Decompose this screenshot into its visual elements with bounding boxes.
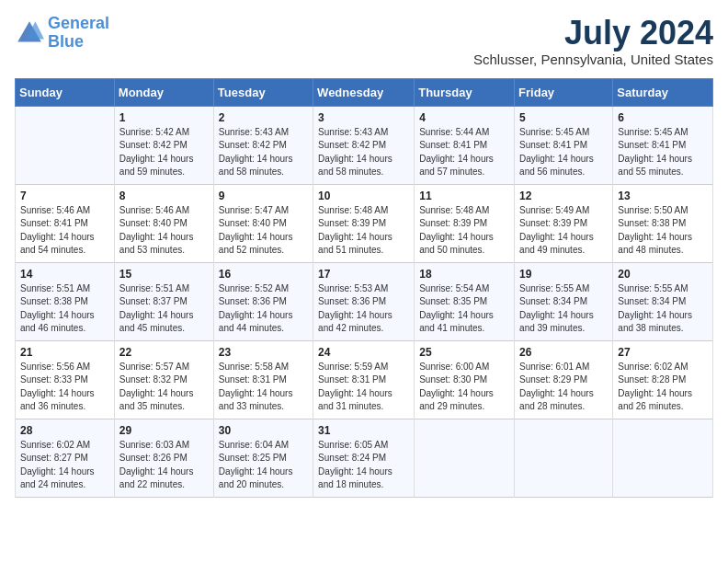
day-info: Sunrise: 5:44 AMSunset: 8:41 PMDaylight:… — [419, 126, 509, 179]
calendar-cell: 10Sunrise: 5:48 AMSunset: 8:39 PMDayligh… — [313, 184, 415, 262]
day-info: Sunrise: 5:52 AMSunset: 8:36 PMDaylight:… — [219, 282, 308, 336]
day-number: 6 — [618, 111, 708, 124]
header-wednesday: Wednesday — [313, 78, 415, 106]
day-number: 9 — [219, 190, 308, 202]
logo-icon — [15, 18, 44, 48]
calendar-cell: 6Sunrise: 5:45 AMSunset: 8:41 PMDaylight… — [613, 106, 713, 184]
day-number: 28 — [20, 424, 109, 437]
calendar-cell: 23Sunrise: 5:58 AMSunset: 8:31 PMDayligh… — [213, 340, 313, 419]
day-info: Sunrise: 5:51 AMSunset: 8:38 PMDaylight:… — [20, 282, 109, 336]
day-info: Sunrise: 5:48 AMSunset: 8:39 PMDaylight:… — [419, 204, 509, 258]
location: Schlusser, Pennsylvania, United States — [473, 52, 713, 67]
day-info: Sunrise: 5:45 AMSunset: 8:41 PMDaylight:… — [519, 126, 608, 179]
calendar-cell: 5Sunrise: 5:45 AMSunset: 8:41 PMDaylight… — [515, 106, 613, 184]
day-number: 12 — [519, 190, 608, 202]
day-number: 3 — [318, 111, 409, 124]
calendar-cell — [415, 419, 515, 497]
day-number: 25 — [419, 346, 509, 359]
day-info: Sunrise: 5:43 AMSunset: 8:42 PMDaylight:… — [219, 126, 308, 179]
day-number: 26 — [519, 346, 608, 359]
logo-line1: General — [48, 14, 109, 32]
day-info: Sunrise: 5:54 AMSunset: 8:35 PMDaylight:… — [419, 282, 509, 336]
day-number: 18 — [419, 268, 509, 281]
day-number: 29 — [119, 424, 209, 437]
day-info: Sunrise: 5:55 AMSunset: 8:34 PMDaylight:… — [519, 282, 608, 336]
day-number: 8 — [119, 190, 209, 202]
day-info: Sunrise: 5:55 AMSunset: 8:34 PMDaylight:… — [618, 282, 708, 336]
day-info: Sunrise: 6:04 AMSunset: 8:25 PMDaylight:… — [219, 439, 308, 492]
day-number: 1 — [119, 111, 209, 124]
month-title: July 2024 — [473, 15, 713, 52]
calendar-cell: 9Sunrise: 5:47 AMSunset: 8:40 PMDaylight… — [213, 184, 313, 262]
week-row-5: 28Sunrise: 6:02 AMSunset: 8:27 PMDayligh… — [16, 419, 713, 497]
calendar-cell: 30Sunrise: 6:04 AMSunset: 8:25 PMDayligh… — [213, 419, 313, 497]
day-number: 7 — [20, 190, 109, 202]
header-thursday: Thursday — [415, 78, 515, 106]
day-number: 21 — [20, 346, 109, 359]
calendar-header-row: SundayMondayTuesdayWednesdayThursdayFrid… — [16, 78, 713, 106]
calendar-cell — [613, 419, 713, 497]
day-number: 24 — [318, 346, 409, 359]
day-number: 17 — [318, 268, 409, 281]
calendar-cell: 26Sunrise: 6:01 AMSunset: 8:29 PMDayligh… — [515, 340, 613, 419]
day-info: Sunrise: 5:45 AMSunset: 8:41 PMDaylight:… — [618, 126, 708, 179]
calendar-cell: 27Sunrise: 6:02 AMSunset: 8:28 PMDayligh… — [613, 340, 713, 419]
day-info: Sunrise: 5:48 AMSunset: 8:39 PMDaylight:… — [318, 204, 409, 258]
day-info: Sunrise: 5:56 AMSunset: 8:33 PMDaylight:… — [20, 361, 109, 414]
calendar-cell: 28Sunrise: 6:02 AMSunset: 8:27 PMDayligh… — [16, 419, 115, 497]
calendar-table: SundayMondayTuesdayWednesdayThursdayFrid… — [15, 78, 713, 498]
day-number: 5 — [519, 111, 608, 124]
day-info: Sunrise: 5:59 AMSunset: 8:31 PMDaylight:… — [318, 361, 409, 414]
week-row-4: 21Sunrise: 5:56 AMSunset: 8:33 PMDayligh… — [16, 340, 713, 419]
day-number: 31 — [318, 424, 409, 437]
day-info: Sunrise: 6:00 AMSunset: 8:30 PMDaylight:… — [419, 361, 509, 414]
day-info: Sunrise: 6:02 AMSunset: 8:27 PMDaylight:… — [20, 439, 109, 492]
calendar-cell: 31Sunrise: 6:05 AMSunset: 8:24 PMDayligh… — [313, 419, 415, 497]
calendar-cell: 8Sunrise: 5:46 AMSunset: 8:40 PMDaylight… — [114, 184, 213, 262]
calendar-cell: 16Sunrise: 5:52 AMSunset: 8:36 PMDayligh… — [213, 262, 313, 340]
day-number: 13 — [618, 190, 708, 202]
day-number: 19 — [519, 268, 608, 281]
week-row-1: 1Sunrise: 5:42 AMSunset: 8:42 PMDaylight… — [16, 106, 713, 184]
calendar-cell: 1Sunrise: 5:42 AMSunset: 8:42 PMDaylight… — [114, 106, 213, 184]
calendar-cell: 17Sunrise: 5:53 AMSunset: 8:36 PMDayligh… — [313, 262, 415, 340]
calendar-cell: 29Sunrise: 6:03 AMSunset: 8:26 PMDayligh… — [114, 419, 213, 497]
header-sunday: Sunday — [16, 78, 115, 106]
day-info: Sunrise: 6:05 AMSunset: 8:24 PMDaylight:… — [318, 439, 409, 492]
header-friday: Friday — [515, 78, 613, 106]
calendar-cell: 15Sunrise: 5:51 AMSunset: 8:37 PMDayligh… — [114, 262, 213, 340]
calendar-cell: 20Sunrise: 5:55 AMSunset: 8:34 PMDayligh… — [613, 262, 713, 340]
day-info: Sunrise: 6:02 AMSunset: 8:28 PMDaylight:… — [618, 361, 708, 414]
day-info: Sunrise: 6:01 AMSunset: 8:29 PMDaylight:… — [519, 361, 608, 414]
header-tuesday: Tuesday — [213, 78, 313, 106]
logo-text: General Blue — [48, 15, 109, 52]
calendar-cell: 3Sunrise: 5:43 AMSunset: 8:42 PMDaylight… — [313, 106, 415, 184]
logo-line2: Blue — [48, 32, 84, 51]
calendar-cell: 4Sunrise: 5:44 AMSunset: 8:41 PMDaylight… — [415, 106, 515, 184]
day-info: Sunrise: 5:49 AMSunset: 8:39 PMDaylight:… — [519, 204, 608, 258]
calendar-cell: 19Sunrise: 5:55 AMSunset: 8:34 PMDayligh… — [515, 262, 613, 340]
day-number: 27 — [618, 346, 708, 359]
day-info: Sunrise: 5:50 AMSunset: 8:38 PMDaylight:… — [618, 204, 708, 258]
day-number: 20 — [618, 268, 708, 281]
header-monday: Monday — [114, 78, 213, 106]
title-block: July 2024 Schlusser, Pennsylvania, Unite… — [473, 15, 713, 67]
day-number: 22 — [119, 346, 209, 359]
day-number: 15 — [119, 268, 209, 281]
page-header: General Blue July 2024 Schlusser, Pennsy… — [15, 15, 713, 67]
day-number: 2 — [219, 111, 308, 124]
day-info: Sunrise: 5:46 AMSunset: 8:40 PMDaylight:… — [119, 204, 209, 258]
day-number: 16 — [219, 268, 308, 281]
calendar-cell: 22Sunrise: 5:57 AMSunset: 8:32 PMDayligh… — [114, 340, 213, 419]
day-number: 11 — [419, 190, 509, 202]
calendar-cell: 18Sunrise: 5:54 AMSunset: 8:35 PMDayligh… — [415, 262, 515, 340]
day-info: Sunrise: 6:03 AMSunset: 8:26 PMDaylight:… — [119, 439, 209, 492]
day-info: Sunrise: 5:58 AMSunset: 8:31 PMDaylight:… — [219, 361, 308, 414]
day-info: Sunrise: 5:42 AMSunset: 8:42 PMDaylight:… — [119, 126, 209, 179]
calendar-cell: 11Sunrise: 5:48 AMSunset: 8:39 PMDayligh… — [415, 184, 515, 262]
day-info: Sunrise: 5:46 AMSunset: 8:41 PMDaylight:… — [20, 204, 109, 258]
calendar-cell: 7Sunrise: 5:46 AMSunset: 8:41 PMDaylight… — [16, 184, 115, 262]
calendar-cell: 12Sunrise: 5:49 AMSunset: 8:39 PMDayligh… — [515, 184, 613, 262]
day-number: 30 — [219, 424, 308, 437]
day-info: Sunrise: 5:57 AMSunset: 8:32 PMDaylight:… — [119, 361, 209, 414]
